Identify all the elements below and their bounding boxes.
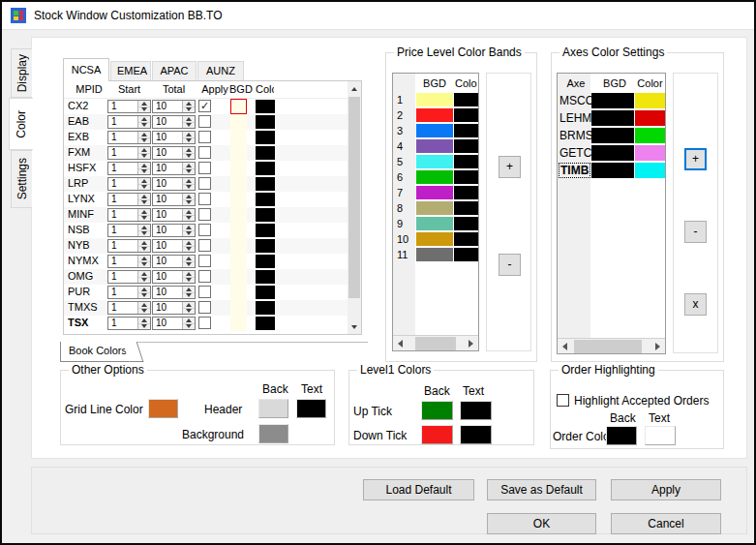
save-as-default-button[interactable]: Save as Default (487, 479, 596, 500)
bgd-swatch[interactable] (591, 128, 634, 143)
color-swatch[interactable] (256, 255, 275, 268)
bgd-swatch[interactable] (230, 176, 247, 192)
spinner-down-button[interactable] (138, 122, 150, 129)
bgd-swatch[interactable] (230, 269, 247, 285)
apply-checkbox[interactable] (198, 146, 211, 159)
spinner-down-button[interactable] (183, 215, 195, 222)
header-text-swatch[interactable] (296, 399, 326, 418)
scroll-right-button[interactable] (650, 339, 665, 354)
book-vertical-scrollbar[interactable] (348, 81, 361, 334)
spinner-down-button[interactable] (183, 137, 195, 144)
color-swatch[interactable] (256, 317, 275, 330)
total-spinner[interactable]: 10 (152, 208, 196, 222)
color-swatch[interactable] (635, 110, 665, 126)
color-swatch[interactable] (454, 155, 478, 168)
start-spinner[interactable]: 1 (107, 255, 151, 268)
spinner-down-button[interactable] (138, 308, 150, 315)
color-swatch[interactable] (635, 163, 665, 178)
start-spinner[interactable]: 1 (107, 208, 151, 222)
scroll-thumb[interactable] (574, 340, 642, 353)
order-back-swatch[interactable] (606, 426, 637, 445)
total-spinner[interactable]: 10 (152, 239, 196, 253)
spinner-down-button[interactable] (183, 230, 195, 237)
tab-book-colors[interactable]: Book Colors (60, 342, 134, 362)
total-spinner[interactable]: 10 (152, 193, 196, 206)
bgd-swatch[interactable] (591, 110, 634, 126)
color-swatch[interactable] (454, 201, 478, 215)
scroll-left-button[interactable] (558, 339, 572, 354)
scroll-right-button[interactable] (464, 336, 478, 351)
start-spinner[interactable]: 1 (107, 193, 151, 206)
total-spinner[interactable]: 10 (152, 162, 196, 175)
spinner-down-button[interactable] (183, 184, 195, 191)
color-swatch[interactable] (454, 186, 478, 199)
bgd-swatch[interactable] (416, 186, 453, 199)
start-spinner[interactable]: 1 (107, 177, 151, 191)
apply-checkbox[interactable]: ✓ (198, 100, 211, 112)
color-swatch[interactable] (256, 270, 275, 284)
bgd-swatch[interactable] (230, 192, 247, 207)
up-tick-text-swatch[interactable] (460, 401, 492, 420)
color-swatch[interactable] (256, 177, 275, 191)
spinner-down-button[interactable] (183, 277, 195, 284)
axe-name[interactable]: LEHM (559, 111, 591, 125)
apply-checkbox[interactable] (198, 162, 211, 174)
header-back-swatch[interactable] (258, 399, 288, 418)
color-swatch[interactable] (454, 170, 478, 184)
start-spinner[interactable]: 1 (107, 239, 151, 253)
start-spinner[interactable]: 1 (107, 270, 151, 284)
highlight-accepted-orders-checkbox[interactable] (557, 394, 569, 407)
apply-checkbox[interactable] (198, 239, 211, 252)
color-swatch[interactable] (256, 193, 275, 206)
start-spinner[interactable]: 1 (107, 146, 151, 160)
bgd-swatch[interactable] (416, 93, 453, 106)
bgd-swatch[interactable] (416, 124, 453, 137)
axe-name[interactable]: MSCO (559, 94, 594, 107)
bgd-swatch[interactable] (416, 139, 453, 153)
color-swatch[interactable] (635, 145, 665, 161)
scroll-thumb[interactable] (415, 337, 456, 350)
color-swatch[interactable] (635, 128, 665, 143)
bgd-swatch[interactable] (230, 285, 247, 300)
total-spinner[interactable]: 10 (152, 317, 196, 330)
total-spinner[interactable]: 10 (152, 224, 196, 237)
spinner-down-button[interactable] (183, 153, 195, 160)
spinner-down-button[interactable] (183, 323, 195, 330)
bgd-swatch[interactable] (591, 93, 634, 108)
scroll-thumb[interactable] (348, 97, 360, 298)
color-swatch[interactable] (256, 208, 275, 222)
spinner-down-button[interactable] (138, 246, 150, 253)
bgd-swatch[interactable] (230, 254, 247, 269)
apply-checkbox[interactable] (198, 317, 211, 329)
spinner-down-button[interactable] (138, 184, 150, 191)
bgd-swatch[interactable] (230, 145, 247, 161)
cancel-button[interactable]: Cancel (611, 513, 721, 534)
bgd-swatch[interactable] (416, 232, 453, 246)
color-swatch[interactable] (256, 162, 275, 175)
spinner-down-button[interactable] (138, 261, 150, 268)
bgd-swatch[interactable] (230, 223, 247, 238)
spinner-down-button[interactable] (183, 199, 195, 206)
bgd-swatch[interactable] (230, 207, 247, 223)
bgd-swatch[interactable] (591, 163, 634, 178)
spinner-down-button[interactable] (183, 106, 195, 113)
color-swatch[interactable] (256, 100, 275, 113)
color-swatch[interactable] (454, 217, 478, 230)
bgd-swatch[interactable] (416, 201, 453, 215)
apply-checkbox[interactable] (198, 270, 211, 283)
bgd-swatch[interactable] (230, 300, 247, 316)
spinner-down-button[interactable] (138, 230, 150, 237)
axe-name[interactable]: BRMS (559, 129, 593, 142)
total-spinner[interactable]: 10 (152, 286, 196, 299)
down-tick-back-swatch[interactable] (421, 425, 453, 444)
spinner-down-button[interactable] (138, 215, 150, 222)
start-spinner[interactable]: 1 (107, 131, 151, 144)
bgd-swatch[interactable] (416, 248, 453, 261)
apply-checkbox[interactable] (198, 224, 211, 236)
spinner-down-button[interactable] (183, 122, 195, 129)
bgd-swatch[interactable] (230, 161, 247, 176)
total-spinner[interactable]: 10 (152, 270, 196, 284)
band-add-button[interactable]: + (499, 156, 521, 178)
load-default-button[interactable]: Load Default (363, 479, 474, 500)
bgd-swatch[interactable] (416, 155, 453, 168)
